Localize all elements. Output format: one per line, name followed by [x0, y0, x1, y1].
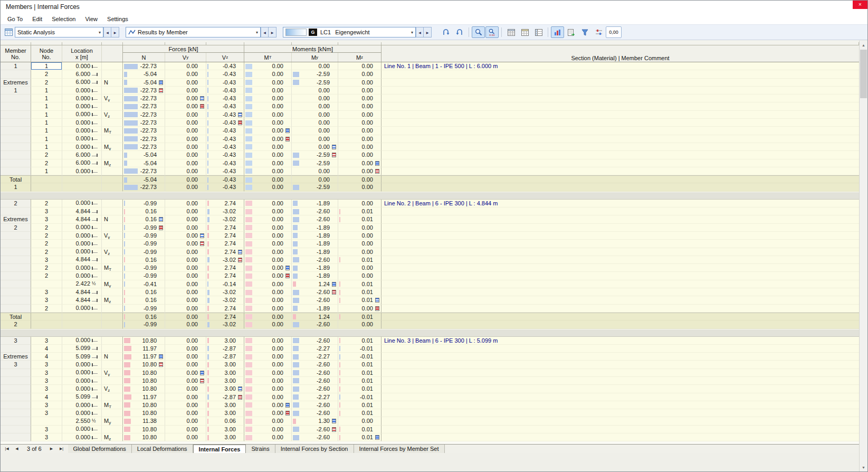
table-row[interactable]: 2.422½My-0.410.00-0.140.001.240.01 — [1, 280, 859, 288]
value-cell[interactable]: 10.80 — [123, 426, 165, 433]
scroll-thumb[interactable] — [860, 50, 867, 98]
table-row[interactable]: 10.000-22.730.00-0.430.000.000.00 — [1, 119, 859, 127]
node-cell[interactable]: 1 — [31, 135, 62, 143]
node-cell[interactable] — [31, 417, 62, 425]
table-row[interactable]: 10.000MT-22.730.00-0.430.000.000.00 — [1, 127, 859, 135]
table-row[interactable]: 20.000-0.990.002.740.00-1.890.00 — [1, 240, 859, 248]
value-cell[interactable]: 0.01 — [338, 256, 381, 264]
value-cell[interactable]: -2.87 — [206, 393, 244, 401]
value-cell[interactable]: 0.00 — [165, 102, 206, 110]
column-resize-tick[interactable] — [338, 42, 381, 45]
value-cell[interactable]: 0.00 — [244, 135, 292, 143]
results-prev-button[interactable]: ◀ — [261, 27, 269, 37]
value-cell[interactable]: -5.04 — [123, 159, 165, 167]
table-row[interactable]: Extremes45.099N11.970.00-2.870.00-2.27-0… — [1, 353, 859, 361]
comment-cell[interactable] — [381, 119, 859, 127]
comment-cell[interactable] — [381, 183, 859, 191]
value-cell[interactable]: -3.02 — [206, 215, 244, 223]
relation-scales-button[interactable] — [592, 26, 605, 38]
value-cell[interactable]: 0.00 — [165, 305, 206, 313]
table-row[interactable]: 10.000-22.730.00-0.430.000.000.00 — [1, 135, 859, 143]
value-cell[interactable]: -1.89 — [292, 224, 338, 232]
value-cell[interactable]: 1.24 — [292, 313, 338, 320]
value-cell[interactable]: 0.00 — [244, 87, 292, 95]
node-cell[interactable]: 4 — [31, 393, 62, 401]
table-grid-button[interactable] — [504, 26, 518, 38]
comment-cell[interactable] — [381, 240, 859, 248]
value-cell[interactable]: 0.00 — [165, 280, 206, 288]
load-case-next-button[interactable]: ▶ — [424, 27, 432, 37]
comment-cell[interactable]: Line No. 2 | Beam | 6 - IPE 300 | L : 4.… — [381, 200, 859, 207]
value-cell[interactable]: 0.00 — [244, 183, 292, 191]
table-row[interactable]: 26.000-5.040.00-0.430.00-2.590.00 — [1, 151, 859, 159]
value-cell[interactable]: -22.73 — [123, 62, 165, 70]
location-cell[interactable]: 0.000 — [62, 377, 102, 385]
value-cell[interactable]: 0.00 — [244, 200, 292, 207]
value-cell[interactable]: 0.00 — [244, 272, 292, 280]
node-cell[interactable]: 1 — [31, 95, 62, 102]
value-cell[interactable]: 0.01 — [338, 296, 381, 304]
location-cell[interactable]: 4.844 — [62, 207, 102, 215]
comment-cell[interactable] — [381, 320, 859, 328]
node-cell[interactable] — [31, 313, 62, 320]
location-cell[interactable]: 0.000 — [62, 224, 102, 232]
value-cell[interactable]: 0.00 — [244, 264, 292, 272]
table-row[interactable]: 10.000Vy-22.730.00-0.430.000.000.00 — [1, 95, 859, 102]
location-cell[interactable]: 0.000 — [62, 264, 102, 272]
value-cell[interactable]: 0.00 — [165, 377, 206, 385]
close-button[interactable]: × — [853, 1, 867, 9]
value-cell[interactable]: -2.59 — [292, 183, 338, 191]
value-cell[interactable]: -0.99 — [123, 272, 165, 280]
value-cell[interactable]: 0.16 — [123, 215, 165, 223]
value-cell[interactable]: 0.00 — [244, 159, 292, 167]
location-cell[interactable]: 2.550½ — [62, 417, 102, 425]
value-cell[interactable]: 0.00 — [338, 183, 381, 191]
value-cell[interactable]: -2.60 — [292, 401, 338, 409]
comment-cell[interactable] — [381, 111, 859, 119]
value-cell[interactable]: -2.59 — [292, 70, 338, 78]
value-cell[interactable]: 0.00 — [165, 119, 206, 127]
value-cell[interactable]: 2.74 — [206, 313, 244, 320]
value-cell[interactable]: 0.00 — [292, 143, 338, 151]
value-cell[interactable]: 0.00 — [338, 305, 381, 313]
value-cell[interactable]: 2.74 — [206, 232, 244, 240]
value-cell[interactable]: 0.00 — [292, 62, 338, 70]
node-cell[interactable]: 2 — [31, 248, 62, 256]
location-cell[interactable]: 0.000 — [62, 87, 102, 95]
node-cell[interactable]: 1 — [31, 111, 62, 119]
location-cell[interactable]: 0.000 — [62, 240, 102, 248]
header-col-N[interactable]: N — [123, 53, 165, 62]
comment-cell[interactable] — [381, 433, 859, 441]
value-cell[interactable]: -1.89 — [292, 240, 338, 248]
node-cell[interactable]: 1 — [31, 127, 62, 135]
value-cell[interactable]: -0.43 — [206, 175, 244, 183]
node-cell[interactable]: 4 — [31, 353, 62, 361]
node-cell[interactable]: 3 — [31, 207, 62, 215]
menu-item-settings[interactable]: Settings — [102, 15, 133, 23]
value-cell[interactable]: -2.60 — [292, 361, 338, 369]
value-cell[interactable]: 0.00 — [338, 102, 381, 110]
comment-cell[interactable] — [381, 296, 859, 304]
value-cell[interactable]: 0.00 — [244, 280, 292, 288]
table-row[interactable]: 34.8440.160.00-3.020.00-2.600.01 — [1, 256, 859, 264]
value-cell[interactable]: 0.00 — [165, 369, 206, 377]
location-cell[interactable]: 0.000 — [62, 95, 102, 102]
location-cell[interactable]: 0.000 — [62, 135, 102, 143]
display-all-results-button[interactable] — [453, 26, 466, 38]
value-cell[interactable]: -5.04 — [123, 70, 165, 78]
header-col-Mz[interactable]: Mz — [338, 53, 381, 62]
node-cell[interactable]: 3 — [31, 256, 62, 264]
comment-cell[interactable] — [381, 345, 859, 353]
node-cell[interactable]: 3 — [31, 385, 62, 393]
value-cell[interactable]: 0.00 — [244, 207, 292, 215]
value-cell[interactable]: -0.43 — [206, 135, 244, 143]
value-cell[interactable]: 10.80 — [123, 385, 165, 393]
table-row[interactable]: 10.000-22.730.00-0.430.000.000.00 — [1, 167, 859, 175]
value-cell[interactable]: 0.00 — [292, 102, 338, 110]
table-row[interactable]: Extremes26.000N-5.040.00-0.430.00-2.590.… — [1, 79, 859, 87]
value-cell[interactable]: 3.00 — [206, 337, 244, 345]
table-row[interactable]: 30.000Vz10.800.003.000.00-2.600.01 — [1, 385, 859, 393]
value-cell[interactable]: 0.00 — [338, 320, 381, 328]
header-location[interactable]: Locationx [m] — [62, 45, 102, 62]
value-cell[interactable]: 0.01 — [338, 369, 381, 377]
